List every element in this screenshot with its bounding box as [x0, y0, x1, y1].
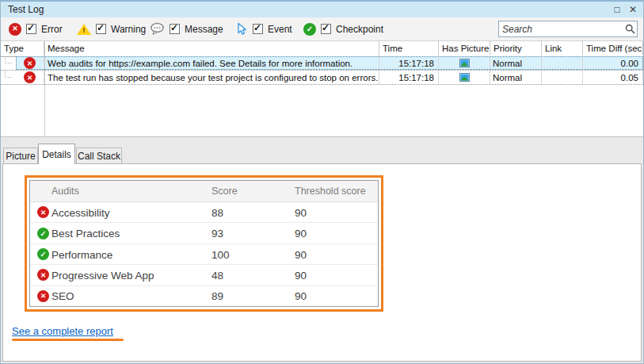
error-icon: [24, 57, 36, 69]
filter-label: Checkpoint: [336, 24, 383, 35]
audit-name: Accessibility: [51, 206, 110, 218]
filter-label: Warning: [111, 24, 146, 35]
log-priority-cell: Normal: [490, 71, 542, 84]
error-icon: [37, 290, 49, 302]
tree-node-marker: [5, 56, 12, 63]
log-row[interactable]: The test run has stopped because your te…: [1, 71, 643, 85]
tab-details[interactable]: Details: [38, 144, 75, 164]
search-icon[interactable]: [623, 24, 637, 34]
log-column-header[interactable]: Priority: [490, 41, 542, 56]
error-icon: [24, 71, 36, 83]
audit-score: 89: [211, 290, 223, 302]
log-has-picture-cell: [439, 71, 490, 84]
audit-row: SEO8990: [30, 285, 378, 306]
audit-row: Best Practices9390: [30, 222, 378, 243]
audit-name: Progressive Web App: [51, 269, 154, 281]
audit-row: Accessibility8890: [30, 202, 378, 222]
search-box[interactable]: [498, 21, 638, 37]
audit-row: Performance10090: [30, 243, 378, 264]
log-message-cell: The test run has stopped because your te…: [44, 71, 379, 84]
error-icon: [37, 206, 49, 218]
log-column-header[interactable]: Link: [542, 41, 583, 56]
error-checkbox[interactable]: [26, 24, 36, 34]
details-panel: Audits Score Threshold score Accessibili…: [2, 163, 642, 362]
log-priority-cell: Normal: [490, 56, 542, 70]
link-highlight-underline: [12, 339, 124, 341]
log-type-cell: [1, 71, 44, 84]
complete-report-link[interactable]: See a complete report: [12, 325, 113, 337]
log-grid: TypeMessageTimeHas PicturePriorityLinkTi…: [1, 41, 643, 137]
log-grid-body: Web audits for https://example.com faile…: [1, 56, 643, 136]
column-header-threshold-score: Threshold score: [295, 186, 366, 197]
filter-warning[interactable]: ! Warning: [77, 17, 146, 40]
event-checkbox[interactable]: [253, 24, 263, 34]
audits-highlight-box: Audits Score Threshold score Accessibili…: [25, 175, 383, 312]
log-type-icon-zone: [16, 71, 44, 84]
audits-table-rows: Accessibility8890Best Practices9390Perfo…: [30, 202, 378, 306]
checkpoint-icon: [303, 23, 316, 36]
log-column-header[interactable]: Message: [44, 41, 379, 56]
filter-label: Event: [268, 24, 292, 35]
success-icon: [37, 248, 49, 260]
message-checkbox[interactable]: [170, 24, 180, 34]
log-time-cell: 15:17:18: [379, 56, 439, 70]
type-column-separator: [44, 41, 45, 136]
window-title: Test Log: [8, 4, 44, 15]
tree-node-marker: [5, 71, 12, 78]
log-type-cell: [1, 56, 44, 70]
warning-checkbox[interactable]: [96, 24, 106, 34]
search-input[interactable]: [499, 24, 623, 35]
audits-table-header: Audits Score Threshold score: [30, 181, 378, 202]
filter-event[interactable]: Event: [235, 17, 292, 40]
maximize-button[interactable]: □: [611, 3, 623, 16]
error-icon: [9, 23, 21, 36]
test-log-window: Test Log □ ✕ Error ! Warning: [0, 0, 644, 364]
log-time-diff-cell: 0.05: [583, 71, 643, 84]
detail-tabs: Picture Details Call Stack: [1, 144, 643, 164]
log-column-header[interactable]: Time Diff (sec): [583, 41, 643, 56]
log-column-header[interactable]: Time: [379, 41, 439, 56]
log-link-cell: [542, 71, 583, 84]
audit-threshold: 90: [295, 248, 307, 260]
event-icon: [235, 22, 248, 36]
audit-score: 88: [211, 206, 223, 218]
tab-picture[interactable]: Picture: [3, 148, 38, 163]
close-button[interactable]: ✕: [627, 3, 639, 16]
log-time-diff-cell: 0.00: [583, 56, 643, 70]
column-header-audits: Audits: [51, 186, 79, 197]
message-icon: [150, 22, 165, 36]
audit-threshold: 90: [295, 290, 307, 302]
audit-score: 93: [211, 228, 223, 239]
audit-threshold: 90: [295, 228, 307, 239]
title-bar: Test Log □ ✕: [1, 1, 643, 17]
error-icon: [37, 269, 49, 281]
warning-icon: !: [77, 23, 91, 36]
log-column-header[interactable]: Has Picture: [439, 41, 490, 56]
log-has-picture-cell: [439, 56, 490, 70]
tab-call-stack[interactable]: Call Stack: [76, 148, 122, 163]
column-header-score: Score: [211, 186, 238, 197]
log-time-cell: 15:17:18: [379, 71, 439, 84]
log-grid-header: TypeMessageTimeHas PicturePriorityLinkTi…: [1, 41, 643, 57]
picture-icon: [459, 73, 470, 82]
audit-name: SEO: [51, 290, 74, 302]
filter-label: Error: [41, 24, 63, 35]
audit-name: Performance: [51, 248, 112, 260]
checkpoint-checkbox[interactable]: [321, 24, 331, 34]
picture-icon: [459, 59, 470, 67]
filter-message[interactable]: Message: [150, 17, 223, 40]
success-icon: [37, 228, 49, 239]
audit-row: Progressive Web App4890: [30, 264, 378, 285]
window-controls: □ ✕: [611, 3, 643, 16]
audits-table: Audits Score Threshold score Accessibili…: [29, 180, 379, 307]
filter-checkpoint[interactable]: Checkpoint: [303, 17, 383, 40]
audit-score: 100: [211, 248, 230, 260]
log-column-header[interactable]: Type: [1, 41, 44, 56]
audit-score: 48: [211, 269, 223, 281]
filter-label: Message: [185, 24, 223, 35]
filter-error[interactable]: Error: [9, 17, 63, 40]
log-row[interactable]: Web audits for https://example.com faile…: [1, 56, 643, 71]
log-type-icon-zone: [16, 56, 44, 70]
audit-name: Best Practices: [51, 228, 120, 239]
filter-toolbar: Error ! Warning Message: [1, 17, 643, 41]
